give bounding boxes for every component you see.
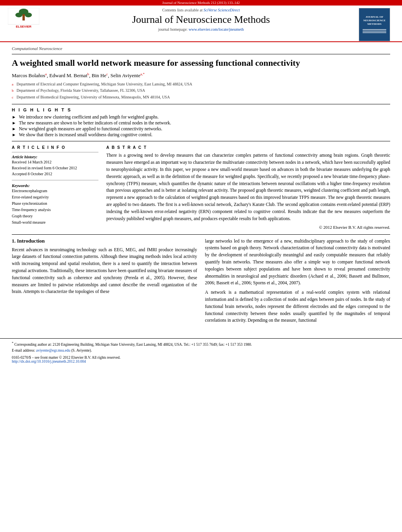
header-center: Contents lists available at SciVerse Sci… — [43, 8, 359, 32]
body-col-left: 1. Introduction Recent advances in neuro… — [12, 238, 197, 327]
keyword-1: Electroencephalogram — [12, 188, 98, 194]
article-info-heading: A R T I C L E I N F O — [12, 145, 98, 150]
affil-letter-b: b — [12, 88, 17, 94]
highlight-text-4: We show that there is increased small wo… — [19, 132, 152, 137]
svg-point-3 — [25, 13, 32, 17]
intro-para3: A network is a mathematical representati… — [205, 289, 391, 324]
highlight-3: ► New weighted graph measures are applie… — [12, 126, 390, 131]
homepage-prefix: journal homepage: — [158, 27, 189, 32]
page-number-strip: Journal of Neuroscience Methods 212 (201… — [0, 0, 402, 6]
header-right: JOURNAL OFNEUROSCIENCEMETHODS — [359, 8, 394, 41]
copyright: © 2012 Elsevier B.V. All rights reserved… — [106, 225, 390, 230]
affil-text-b: Department of Psychology, Florida State … — [17, 87, 145, 93]
article-history: Article history: Received 14 March 2012 … — [12, 155, 98, 177]
accepted-date: Accepted 8 October 2012 — [12, 171, 98, 177]
contents-prefix: Contents lists available at — [162, 8, 204, 12]
affil-text-a: Department of Electrical and Computer En… — [17, 81, 192, 87]
info-divider — [12, 152, 98, 152]
email-link[interactable]: aviyente@egr.msu.edu — [36, 348, 70, 352]
body-divider — [12, 234, 390, 235]
arrow-icon-1: ► — [12, 115, 17, 119]
keyword-3: Phase synchronization — [12, 200, 98, 207]
article-info-abstract: A R T I C L E I N F O Article history: R… — [12, 145, 390, 229]
journal-homepage: journal homepage: www.elsevier.com/locat… — [47, 27, 355, 32]
affil-letter-c: c — [12, 95, 17, 100]
abstract-col: A B S T R A C T There is a growing need … — [106, 145, 390, 229]
highlight-text-2: The new measures are shown to be better … — [19, 120, 171, 125]
sciverse-link[interactable]: SciVerse ScienceDirect — [204, 8, 240, 12]
title-divider — [12, 54, 390, 54]
email-suffix: (S. Aviyente). — [71, 348, 92, 352]
arrow-icon-3: ► — [12, 126, 17, 131]
elsevier-logo-icon: ELSEVIER — [8, 8, 39, 30]
page-number: Journal of Neuroscience Methods 212 (201… — [162, 1, 240, 5]
received-date: Received 14 March 2012 — [12, 159, 98, 165]
author-he: Bin He — [92, 72, 106, 78]
keywords-section: Keywords: Electroencephalogram Error-rel… — [12, 184, 98, 226]
intro-para2: large networks led to the emergence of a… — [205, 238, 391, 287]
abstract-heading: A B S T R A C T — [106, 145, 390, 150]
affil-text-c: Department of Biomedical Engineering, Un… — [17, 94, 170, 100]
article-info-col: A R T I C L E I N F O Article history: R… — [12, 145, 98, 229]
arrow-icon-4: ► — [12, 132, 17, 137]
body-col-right: large networks led to the emergence of a… — [205, 238, 391, 327]
highlight-text-1: We introduce new clustering coefficient … — [19, 115, 159, 119]
keyword-2: Error-related negativity — [12, 194, 98, 200]
author-star: * — [143, 72, 145, 76]
abstract-text: There is a growing need to develop measu… — [106, 152, 390, 222]
footnote-star: * — [12, 341, 13, 345]
author-aviyente: Selin Aviyente — [110, 72, 140, 78]
footer: * Corresponding author at: 2120 Engineer… — [0, 338, 402, 363]
header: ELSEVIER Contents lists available at Sci… — [0, 6, 402, 42]
affil-b: b Department of Psychology, Florida Stat… — [12, 87, 390, 94]
arrow-icon-2: ► — [12, 120, 17, 125]
footnote: * Corresponding author at: 2120 Engineer… — [12, 341, 390, 347]
affil-c: c Department of Biomedical Engineering, … — [12, 94, 390, 100]
highlights-divider-bottom — [12, 141, 390, 141]
highlights-divider-top — [12, 104, 390, 104]
history-label: Article history: — [12, 155, 98, 159]
contents-text: Contents lists available at SciVerse Sci… — [47, 8, 355, 12]
issn-text: 0165-0270/$ – see front matter © 2012 El… — [12, 356, 120, 360]
author-sup-a: a — [45, 72, 47, 76]
svg-text:ELSEVIER: ELSEVIER — [16, 25, 31, 28]
keywords-divider — [12, 180, 98, 180]
highlights-section: H I G H L I G H T S ► We introduce new c… — [12, 108, 390, 137]
svg-point-2 — [15, 13, 22, 17]
cover-lines — [363, 28, 386, 34]
intro-title: 1. Introduction — [12, 238, 197, 244]
corresponding-author-text: Corresponding author at: 2120 Engineerin… — [14, 343, 252, 347]
journal-cover-icon: JOURNAL OFNEUROSCIENCEMETHODS — [359, 8, 390, 41]
footer-bottom: 0165-0270/$ – see front matter © 2012 El… — [12, 356, 390, 360]
article-title: A weighted small world network measure f… — [12, 57, 390, 69]
journal-title: Journal of Neuroscience Methods — [47, 14, 355, 26]
affiliations: a Department of Electrical and Computer … — [12, 81, 390, 100]
revised-date: Received in revised form 6 October 2012 — [12, 165, 98, 171]
cover-title: JOURNAL OFNEUROSCIENCEMETHODS — [363, 15, 385, 26]
author-sup-c: c — [106, 72, 108, 76]
highlight-1: ► We introduce new clustering coefficien… — [12, 115, 390, 119]
intro-para1: Recent advances in neuroimaging technolo… — [12, 247, 197, 296]
keyword-4: Time-frequency analysis — [12, 207, 98, 213]
affil-a: a Department of Electrical and Computer … — [12, 81, 390, 87]
highlight-4: ► We show that there is increased small … — [12, 132, 390, 137]
highlight-2: ► The new measures are shown to be bette… — [12, 120, 390, 125]
email-footnote: E-mail address: aviyente@egr.msu.edu (S.… — [12, 348, 390, 353]
keyword-6: Small-world measure — [12, 219, 98, 226]
svg-rect-4 — [22, 14, 25, 20]
main-content: Computational Neuroscience A weighted sm… — [0, 42, 402, 330]
authors-line: Marcos Bolañosa, Edward M. Bernatb, Bin … — [12, 72, 390, 79]
author-bernat: Edward M. Bernat — [49, 72, 87, 78]
doi-link[interactable]: http://dx.doi.org/10.1016/j.jneumeth.201… — [12, 360, 390, 363]
body-two-col: 1. Introduction Recent advances in neuro… — [12, 238, 390, 327]
body-content: 1. Introduction Recent advances in neuro… — [12, 234, 390, 327]
email-label: E-mail address: — [12, 348, 35, 352]
homepage-link[interactable]: www.elsevier.com/locate/jneumeth — [189, 27, 244, 32]
keywords-label: Keywords: — [12, 184, 98, 188]
keyword-5: Graph theory — [12, 213, 98, 219]
affil-letter-a: a — [12, 82, 17, 87]
author-bolanos: Marcos Bolaños — [12, 72, 45, 78]
page: Journal of Neuroscience Methods 212 (201… — [0, 0, 402, 532]
section-label: Computational Neuroscience — [12, 46, 390, 51]
highlights-title: H I G H L I G H T S — [12, 108, 390, 112]
